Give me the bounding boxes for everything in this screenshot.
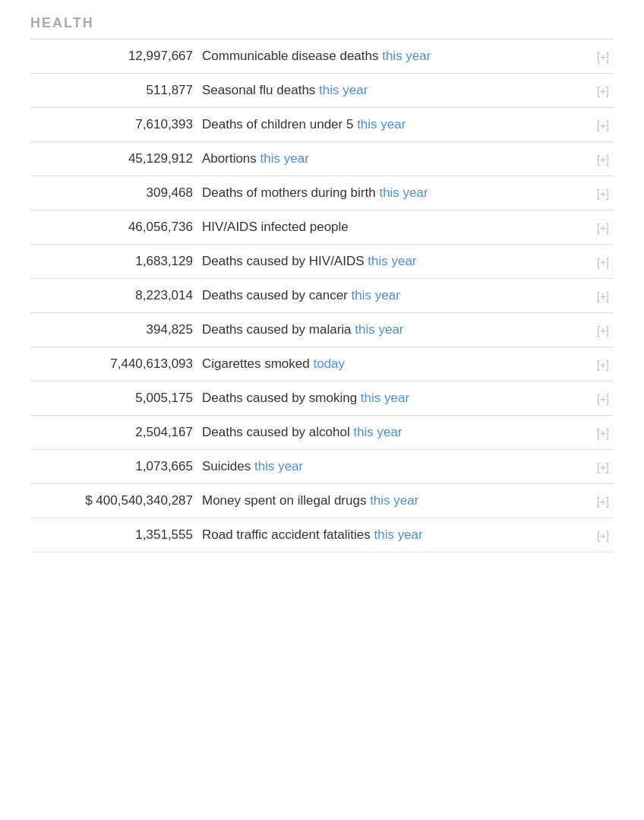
- stat-number: 12,997,667: [30, 40, 197, 74]
- time-link[interactable]: this year: [382, 49, 431, 63]
- time-link[interactable]: this year: [319, 83, 368, 97]
- stat-label: Deaths caused by malaria this year: [197, 313, 583, 347]
- stat-label: Cigarettes smoked today: [197, 347, 583, 382]
- expand-button[interactable]: [+]: [583, 313, 614, 347]
- table-row: 5,005,175Deaths caused by smoking this y…: [30, 382, 614, 416]
- expand-button[interactable]: [+]: [583, 382, 614, 416]
- table-row: 12,997,667Communicable disease deaths th…: [30, 40, 614, 74]
- time-link[interactable]: this year: [355, 322, 403, 337]
- time-link[interactable]: this year: [254, 459, 303, 473]
- stat-number: 1,073,665: [30, 450, 197, 484]
- stat-number: 394,825: [30, 313, 197, 347]
- stat-number: $ 400,540,340,287: [30, 484, 197, 518]
- expand-button[interactable]: [+]: [583, 108, 614, 142]
- page-container: HEALTH 12,997,667Communicable disease de…: [0, 0, 644, 568]
- stat-label: Deaths caused by HIV/AIDS this year: [197, 245, 583, 279]
- expand-button[interactable]: [+]: [583, 484, 614, 518]
- expand-button[interactable]: [+]: [583, 176, 614, 211]
- time-link[interactable]: this year: [368, 254, 416, 268]
- stat-number: 1,683,129: [30, 245, 197, 279]
- table-row: 45,129,912Abortions this year[+]: [30, 142, 614, 176]
- time-link[interactable]: this year: [352, 288, 400, 302]
- stat-number: 46,056,736: [30, 211, 197, 245]
- stat-label: Deaths caused by cancer this year: [197, 279, 583, 313]
- stat-label: Abortions this year: [197, 142, 583, 176]
- stat-label: Suicides this year: [197, 450, 583, 484]
- table-row: 309,468Deaths of mothers during birth th…: [30, 176, 614, 211]
- time-link[interactable]: this year: [361, 391, 409, 405]
- stat-number: 511,877: [30, 74, 197, 108]
- time-link[interactable]: this year: [357, 117, 406, 131]
- table-row: 394,825Deaths caused by malaria this yea…: [30, 313, 614, 347]
- expand-button[interactable]: [+]: [583, 211, 614, 245]
- table-row: 511,877Seasonal flu deaths this year[+]: [30, 74, 614, 108]
- table-row: 46,056,736HIV/AIDS infected people[+]: [30, 211, 614, 245]
- expand-button[interactable]: [+]: [583, 40, 614, 74]
- stat-label: Deaths caused by alcohol this year: [197, 416, 583, 450]
- stat-number: 45,129,912: [30, 142, 197, 176]
- stats-table: 12,997,667Communicable disease deaths th…: [30, 39, 614, 552]
- stat-label: Deaths caused by smoking this year: [197, 382, 583, 416]
- table-row: $ 400,540,340,287Money spent on illegal …: [30, 484, 614, 518]
- stat-number: 5,005,175: [30, 382, 197, 416]
- stat-label: Money spent on illegal drugs this year: [197, 484, 583, 518]
- table-row: 1,351,555Road traffic accident fatalitie…: [30, 518, 614, 552]
- section-title: HEALTH: [30, 15, 614, 31]
- stat-number: 2,504,167: [30, 416, 197, 450]
- time-link[interactable]: this year: [379, 185, 428, 200]
- time-link[interactable]: this year: [374, 527, 422, 542]
- stat-label: Seasonal flu deaths this year: [197, 74, 583, 108]
- expand-button[interactable]: [+]: [583, 347, 614, 382]
- table-row: 1,683,129Deaths caused by HIV/AIDS this …: [30, 245, 614, 279]
- time-link[interactable]: today: [313, 356, 345, 371]
- expand-button[interactable]: [+]: [583, 74, 614, 108]
- expand-button[interactable]: [+]: [583, 450, 614, 484]
- stat-number: 7,610,393: [30, 108, 197, 142]
- time-link[interactable]: this year: [370, 493, 418, 508]
- expand-button[interactable]: [+]: [583, 416, 614, 450]
- table-row: 7,610,393Deaths of children under 5 this…: [30, 108, 614, 142]
- expand-button[interactable]: [+]: [583, 142, 614, 176]
- stat-label: Deaths of mothers during birth this year: [197, 176, 583, 211]
- expand-button[interactable]: [+]: [583, 245, 614, 279]
- table-row: 2,504,167Deaths caused by alcohol this y…: [30, 416, 614, 450]
- table-row: 7,440,613,093Cigarettes smoked today[+]: [30, 347, 614, 382]
- stat-number: 1,351,555: [30, 518, 197, 552]
- stat-label: Deaths of children under 5 this year: [197, 108, 583, 142]
- stat-number: 8,223,014: [30, 279, 197, 313]
- stat-number: 7,440,613,093: [30, 347, 197, 382]
- expand-button[interactable]: [+]: [583, 518, 614, 552]
- stat-label: HIV/AIDS infected people: [197, 211, 583, 245]
- table-row: 8,223,014Deaths caused by cancer this ye…: [30, 279, 614, 313]
- expand-button[interactable]: [+]: [583, 279, 614, 313]
- stat-number: 309,468: [30, 176, 197, 211]
- stat-label: Road traffic accident fatalities this ye…: [197, 518, 583, 552]
- time-link[interactable]: this year: [260, 151, 309, 166]
- table-row: 1,073,665Suicides this year[+]: [30, 450, 614, 484]
- time-link[interactable]: this year: [353, 425, 402, 439]
- stat-label: Communicable disease deaths this year: [197, 40, 583, 74]
